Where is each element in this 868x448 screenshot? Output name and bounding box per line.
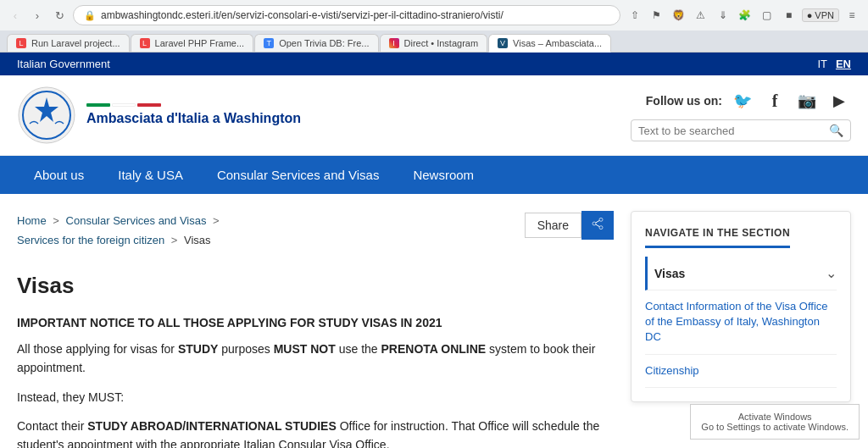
wallet-button[interactable]: ▢ [758,6,776,25]
url-text: ambwashingtondc.esteri.it/en/servizi-con… [101,9,609,21]
facebook-icon[interactable]: f [763,89,787,113]
brave-shield-button[interactable]: 🦁 [670,6,688,25]
top-bar: Italian Government IT EN [0,53,868,75]
breadcrumb-services[interactable]: Services for the foreign citizen [17,234,164,246]
chevron-down-icon: ⌄ [826,265,837,281]
breadcrumb-home[interactable]: Home [17,214,47,227]
svg-line-6 [596,224,600,227]
sidebar-link-citizenship[interactable]: Citizenship [645,364,699,377]
sidebar-link-visas[interactable]: Visas [654,267,685,280]
flag-white [112,103,136,107]
refresh-button[interactable]: ↻ [51,7,68,24]
main-content: Home > Consular Services and Visas > Ser… [17,211,614,448]
sidebar-nav-box: NAVIGATE IN THE SECTION Visas ⌄ Contact … [631,211,851,402]
logo-text-area: Ambasciata d'Italia a Washington [86,103,301,128]
sidebar-item-citizenship[interactable]: Citizenship [645,355,837,388]
youtube-icon[interactable]: ▶ [827,89,851,113]
tab-favicon-trivia: T [264,38,274,48]
forward-button[interactable]: › [29,7,46,24]
flag-red [137,103,161,107]
nav-list: About us Italy & USA Consular Services a… [17,156,851,194]
breadcrumb-sep-3: > [171,234,181,246]
browser-actions: ⇧ ⚑ 🦁 ⚠ ⇓ 🧩 ▢ ■ ● VPN ≡ [626,6,861,25]
vpn-badge[interactable]: ● VPN [802,8,839,22]
share-area: Share [525,211,614,240]
article-paragraph-2: Instead, they MUST: [17,388,614,407]
lang-en-button[interactable]: EN [836,58,851,70]
site-header: Ambasciata d'Italia a Washington Follow … [0,75,868,156]
menu-button[interactable]: ≡ [843,6,861,25]
tab-label-laravel1: Run Laravel project... [31,38,120,48]
header-right: Follow us on: 🐦 f 📷 ▶ 🔍 [631,89,851,141]
svg-point-4 [593,222,596,225]
site-wrapper: Italian Government IT EN [0,53,868,448]
search-bar: 🔍 [631,119,851,141]
article-para1-text: All those applying for visas for STUDY p… [17,342,595,374]
svg-point-5 [599,226,603,230]
italian-flag-bar [86,103,301,107]
svg-point-3 [599,218,603,221]
nav-item-newsroom[interactable]: Newsroom [396,156,491,194]
page-title: Visas [17,273,614,299]
nav-item-about[interactable]: About us [17,156,101,194]
logo-name[interactable]: Ambasciata d'Italia a Washington [86,110,301,128]
follow-text: Follow us on: [646,94,722,108]
main-nav: About us Italy & USA Consular Services a… [0,156,868,194]
tab-laravel2[interactable]: L Laravel PHP Frame... [131,34,254,52]
tab-instagram[interactable]: I Direct • Instagram [380,34,488,52]
breadcrumb-consular[interactable]: Consular Services and Visas [66,214,207,227]
article-para3-text: Contact their STUDY ABROAD/INTERNATIONAL… [17,419,599,448]
tab-favicon-laravel2: L [140,38,150,48]
browser-tabs: L Run Laravel project... L Laravel PHP F… [0,30,868,52]
share-label-button[interactable]: Share [525,213,581,238]
tab-favicon-instagram: I [389,38,399,48]
history-button[interactable]: ■ [780,6,798,25]
sidebar-item-visas[interactable]: Visas ⌄ [645,257,837,290]
top-bar-title: Italian Government [17,58,110,70]
tab-label-visas: Visas – Ambasciata... [513,38,602,48]
lock-icon: 🔒 [84,10,96,21]
nav-item-italy-usa[interactable]: Italy & USA [101,156,200,194]
breadcrumb: Home > Consular Services and Visas > Ser… [17,211,223,251]
tab-favicon-laravel1: L [16,38,26,48]
share-icon-button[interactable] [581,211,614,240]
brave-rewards-button[interactable]: ⚠ [692,6,710,25]
notice-heading: IMPORTANT NOTICE TO ALL THOSE APPLYING F… [17,316,614,329]
tab-label-laravel2: Laravel PHP Frame... [155,38,245,48]
breadcrumb-sep-1: > [53,214,62,227]
share-svg-icon [591,217,604,230]
sidebar-item-contact[interactable]: Contact Information of the Visa Office o… [645,290,837,355]
browser-toolbar: ‹ › ↻ 🔒 ambwashingtondc.esteri.it/en/ser… [0,0,868,30]
flag-green [86,103,110,107]
url-bar[interactable]: 🔒 ambwashingtondc.esteri.it/en/servizi-c… [73,5,620,25]
tab-laravel1[interactable]: L Run Laravel project... [7,34,130,52]
tab-trivia[interactable]: T Open Trivia DB: Fre... [254,34,378,52]
svg-line-7 [596,220,600,223]
browser-chrome: ‹ › ↻ 🔒 ambwashingtondc.esteri.it/en/ser… [0,0,868,53]
search-icon[interactable]: 🔍 [829,124,843,137]
twitter-icon[interactable]: 🐦 [731,89,754,113]
tab-label-instagram: Direct • Instagram [404,38,479,48]
breadcrumb-sep-2: > [213,214,220,227]
bookmark-button[interactable]: ⚑ [648,6,666,25]
share-page-button[interactable]: ⇧ [626,6,644,25]
language-switcher: IT EN [817,58,851,70]
search-input[interactable] [638,124,824,137]
social-row: Follow us on: 🐦 f 📷 ▶ [646,89,851,113]
tab-favicon-visas: V [498,38,508,48]
sidebar-link-contact[interactable]: Contact Information of the Visa Office o… [645,300,828,343]
extensions-button[interactable]: 🧩 [736,6,754,25]
tab-visas[interactable]: V Visas – Ambasciata... [488,34,611,53]
sidebar-nav-title: NAVIGATE IN THE SECTION [645,227,790,248]
article-paragraph-1: All those applying for visas for STUDY p… [17,340,614,378]
instagram-icon[interactable]: 📷 [795,89,819,113]
download-button[interactable]: ⇓ [714,6,732,25]
tab-label-trivia: Open Trivia DB: Fre... [279,38,369,48]
logo-area: Ambasciata d'Italia a Washington [17,86,301,145]
lang-it-button[interactable]: IT [817,58,827,70]
breadcrumb-current: Visas [184,234,211,246]
back-button[interactable]: ‹ [7,7,24,24]
nav-item-consular[interactable]: Consular Services and Visas [200,156,396,194]
sidebar: NAVIGATE IN THE SECTION Visas ⌄ Contact … [631,211,851,448]
content-wrapper: Home > Consular Services and Visas > Ser… [0,194,868,448]
